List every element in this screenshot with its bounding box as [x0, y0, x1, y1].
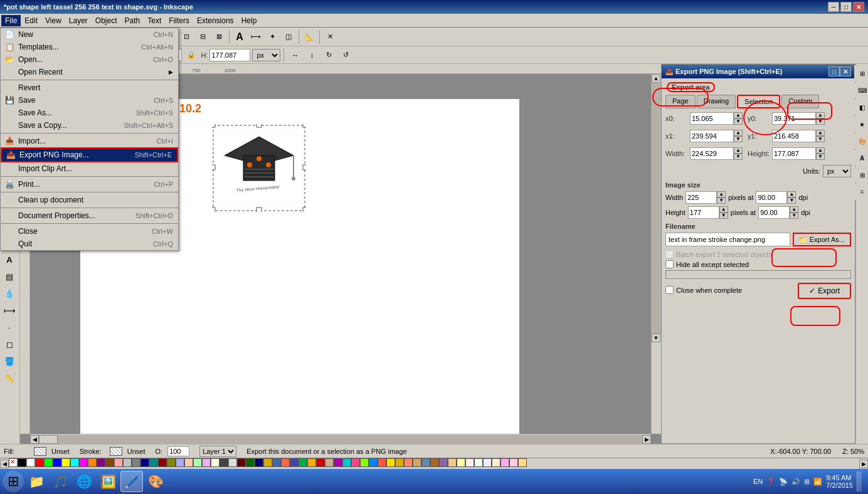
- vscroll-up-btn[interactable]: ▲: [652, 74, 660, 83]
- units-select[interactable]: px mm cm in: [252, 49, 280, 61]
- pc-tan[interactable]: [325, 458, 334, 467]
- batch-export-cb[interactable]: [665, 250, 674, 258]
- palette-transparent[interactable]: ✕: [9, 458, 18, 467]
- pc-amber[interactable]: [307, 458, 316, 467]
- export-as-btn[interactable]: 📁 Export As...: [793, 233, 851, 246]
- pc-yellow[interactable]: [61, 458, 70, 467]
- pc-orange[interactable]: [88, 458, 97, 467]
- pc-rose[interactable]: [351, 458, 360, 467]
- flip-v-btn[interactable]: ↕: [304, 48, 319, 63]
- taskbar-browser[interactable]: 🌐: [73, 471, 95, 492]
- menu-path[interactable]: Path: [121, 15, 144, 26]
- dpi-spin-up-1[interactable]: ▲: [787, 191, 796, 197]
- dpi-spin-down-1[interactable]: ▼: [787, 197, 796, 204]
- x1-input[interactable]: [690, 130, 734, 142]
- dpi-spin-down-2[interactable]: ▼: [790, 213, 798, 219]
- h-input[interactable]: [209, 49, 250, 61]
- flip-h-btn[interactable]: ↔: [287, 48, 302, 63]
- menu-extensions[interactable]: Extensions: [193, 15, 238, 26]
- menu-import[interactable]: 📥 Import... Ctrl+I: [1, 135, 178, 147]
- menu-text[interactable]: Text: [144, 15, 165, 26]
- dpi-spin-up-2[interactable]: ▲: [790, 206, 798, 213]
- lock-btn[interactable]: 🔒: [184, 48, 199, 63]
- rt-text-btn[interactable]: A: [854, 150, 869, 166]
- rotate-ccw-btn[interactable]: ↺: [338, 48, 353, 63]
- rt-grid-btn[interactable]: ⊞: [854, 167, 869, 183]
- pc-snow[interactable]: [465, 458, 474, 467]
- pc-cream[interactable]: [211, 458, 220, 467]
- pc-ivory[interactable]: [457, 458, 465, 467]
- menu-object[interactable]: Object: [92, 15, 121, 26]
- hscroll-size-btn[interactable]: [39, 435, 58, 444]
- pc-lavender[interactable]: [202, 458, 211, 467]
- pc-slate[interactable]: [421, 458, 430, 467]
- y1-input[interactable]: [772, 130, 816, 142]
- height-spin-up[interactable]: ▲: [816, 147, 825, 154]
- pc-lightblue[interactable]: [176, 458, 184, 467]
- rt-cmd-btn[interactable]: =: [854, 184, 869, 200]
- layer-select[interactable]: Layer 1: [199, 446, 236, 457]
- h-scrollbar[interactable]: ◀ ▶: [30, 434, 651, 444]
- show-desktop-btn[interactable]: [857, 471, 862, 491]
- pc-goldenrod[interactable]: [263, 458, 272, 467]
- pc-darkblue[interactable]: [255, 458, 263, 467]
- pc-azure[interactable]: [369, 458, 378, 467]
- menu-templates[interactable]: 📋 Templates... Ctrl+Alt+N: [1, 41, 178, 53]
- panel-close-btn[interactable]: ✕: [840, 66, 851, 76]
- pc-steelblue[interactable]: [272, 458, 281, 467]
- pc-navy[interactable]: [140, 458, 149, 467]
- menu-new[interactable]: 📄 New Ctrl+N: [1, 28, 178, 41]
- filename-input[interactable]: [665, 233, 790, 246]
- y1-spin-up[interactable]: ▲: [816, 130, 825, 136]
- taskbar-media[interactable]: 🎵: [49, 471, 71, 492]
- taskbar-explorer[interactable]: 📁: [25, 471, 48, 492]
- pc-honeydew[interactable]: [474, 458, 483, 467]
- img-width-spin-up[interactable]: ▲: [717, 191, 726, 197]
- menu-close[interactable]: Close Ctrl+W: [1, 225, 178, 238]
- palette-right-btn[interactable]: ▶: [859, 460, 868, 468]
- pc-gray[interactable]: [132, 458, 140, 467]
- x0-spin-up[interactable]: ▲: [734, 112, 743, 118]
- tab-drawing[interactable]: Drawing: [697, 95, 736, 108]
- pc-wheat[interactable]: [448, 458, 457, 467]
- pc-lime[interactable]: [44, 458, 53, 467]
- pc-blue[interactable]: [53, 458, 61, 467]
- stroke-swatch[interactable]: [110, 447, 122, 456]
- menu-doc-props[interactable]: Document Properties... Shift+Ctrl+D: [1, 209, 178, 222]
- spray-btn[interactable]: ✦: [265, 29, 280, 45]
- pc-peach[interactable]: [184, 458, 193, 467]
- y0-spin-down[interactable]: ▼: [816, 118, 825, 125]
- maximize-btn[interactable]: □: [840, 2, 852, 12]
- width-spin-up[interactable]: ▲: [734, 147, 743, 154]
- y0-input[interactable]: [772, 112, 816, 125]
- tab-page[interactable]: Page: [665, 95, 696, 108]
- rt-xml-btn[interactable]: ⌨: [854, 82, 869, 98]
- export-units-select[interactable]: px mm: [823, 165, 851, 177]
- pc-turquoise[interactable]: [342, 458, 351, 467]
- rotate-cw-btn[interactable]: ↻: [321, 48, 336, 63]
- menu-view[interactable]: View: [41, 15, 65, 26]
- pc-maroon[interactable]: [158, 458, 167, 467]
- connector-btn[interactable]: ⟼: [248, 29, 263, 45]
- rt-swatch-btn[interactable]: 🎨: [854, 133, 869, 149]
- pc-teal[interactable]: [149, 458, 158, 467]
- pc-lightgray[interactable]: [228, 458, 237, 467]
- rt-obj-btn[interactable]: ◧: [854, 99, 869, 115]
- pc-brown[interactable]: [105, 458, 114, 467]
- menu-filters[interactable]: Filters: [165, 15, 193, 26]
- dpi-input-1[interactable]: [756, 191, 787, 204]
- x1-spin-up[interactable]: ▲: [734, 130, 743, 136]
- img-height-spin-up[interactable]: ▲: [719, 206, 728, 213]
- snap4-btn[interactable]: ⊠: [211, 29, 226, 45]
- taskbar-extra[interactable]: 🎨: [144, 471, 167, 492]
- rt-snap-btn[interactable]: ⊞: [854, 65, 869, 81]
- snap3-btn[interactable]: ⊟: [195, 29, 210, 45]
- pc-khaki[interactable]: [413, 458, 421, 467]
- hscroll-track[interactable]: [58, 435, 642, 444]
- vscroll-track[interactable]: [652, 83, 661, 334]
- menu-save-as[interactable]: Save As... Shift+Ctrl+S: [1, 107, 178, 119]
- menu-save-copy[interactable]: Save a Copy... Shift+Ctrl+Alt+S: [1, 119, 178, 132]
- pc-purple[interactable]: [97, 458, 105, 467]
- snap2-btn[interactable]: ⊡: [179, 29, 194, 45]
- pc-salmon[interactable]: [404, 458, 413, 467]
